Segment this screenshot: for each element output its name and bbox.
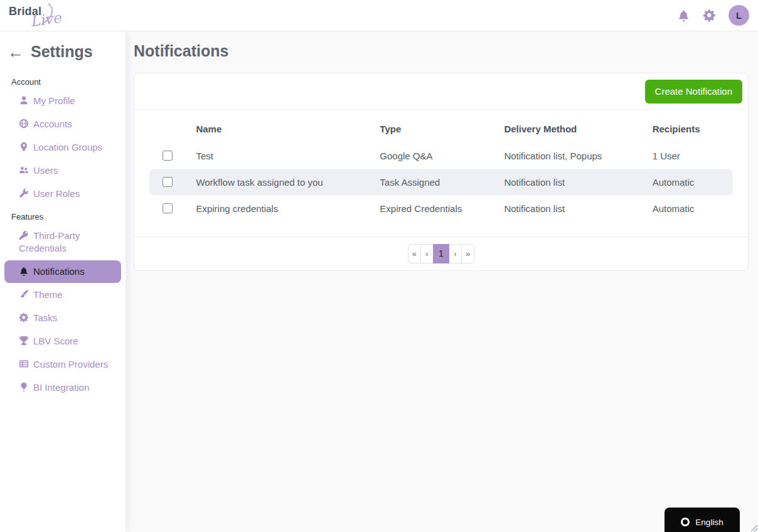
topbar: Bridal Live L xyxy=(0,0,758,31)
trophy-icon xyxy=(19,336,29,346)
sidebar-item-bi-integration[interactable]: BI Integration xyxy=(4,376,121,399)
pagination-first[interactable]: « xyxy=(408,244,421,263)
sidebar-item-users[interactable]: Users xyxy=(4,159,121,182)
cell-delivery-method: Notification list xyxy=(504,169,652,195)
create-notification-button[interactable]: Create Notification xyxy=(645,80,742,104)
map-pin-icon xyxy=(19,142,29,152)
back-arrow-icon[interactable]: ← xyxy=(8,45,24,59)
table-row[interactable]: TestGoogle Q&ANotification list, Popups1… xyxy=(149,142,733,169)
row-checkbox[interactable] xyxy=(163,177,173,187)
sidebar-item-location-groups[interactable]: Location Groups xyxy=(4,136,121,159)
column-header-name: Name xyxy=(196,115,380,142)
user-icon xyxy=(19,95,29,105)
sidebar-nav: AccountMy ProfileAccountsLocation Groups… xyxy=(0,71,125,400)
sidebar-item-tasks[interactable]: Tasks xyxy=(4,307,121,329)
sidebar-title: Settings xyxy=(31,43,93,61)
brush-icon xyxy=(19,289,29,299)
sidebar-item-label: Accounts xyxy=(33,119,72,129)
gear-icon[interactable] xyxy=(703,9,716,22)
lightbulb-icon xyxy=(19,382,29,392)
pagination-band: «‹1›» xyxy=(134,237,748,270)
row-checkbox[interactable] xyxy=(163,203,173,213)
main-content: Notifications Create Notification NameTy… xyxy=(125,31,758,532)
sidebar-item-my-profile[interactable]: My Profile xyxy=(4,90,121,112)
pagination-page[interactable]: 1 xyxy=(433,244,449,263)
table-icon xyxy=(19,359,29,369)
pagination-next[interactable]: › xyxy=(449,244,462,263)
column-header-type: Type xyxy=(380,115,504,142)
sidebar-section-label: Features xyxy=(0,206,125,224)
cell-name: Expiring credentials xyxy=(196,195,380,221)
column-header-delivery-method: Delivery Method xyxy=(504,115,652,142)
table-row[interactable]: Expiring credentialsExpired CredentialsN… xyxy=(149,195,733,221)
sidebar-item-label: My Profile xyxy=(33,95,75,106)
cell-name: Test xyxy=(196,142,380,169)
sidebar-item-accounts[interactable]: Accounts xyxy=(4,113,121,136)
cell-type: Task Assigned xyxy=(380,169,504,195)
sidebar-item-third-party-credentials[interactable]: Third-Party Credentials xyxy=(4,225,121,260)
page-title: Notifications xyxy=(134,41,749,60)
topbar-actions: L xyxy=(677,5,749,26)
language-globe-icon xyxy=(681,518,690,526)
notifications-card: Create Notification NameTypeDelivery Met… xyxy=(134,73,749,271)
sidebar-item-notifications[interactable]: Notifications xyxy=(4,260,121,283)
globe-icon xyxy=(19,119,29,129)
cell-delivery-method: Notification list, Popups xyxy=(504,142,652,169)
resize-handle[interactable] xyxy=(749,523,758,532)
cell-recipients: 1 User xyxy=(653,142,733,169)
pagination-prev[interactable]: ‹ xyxy=(420,244,434,263)
language-button[interactable]: English xyxy=(665,508,740,532)
pagination-last[interactable]: » xyxy=(461,244,474,263)
cell-type: Expired Credentials xyxy=(380,195,504,221)
pagination: «‹1›» xyxy=(408,244,474,263)
notifications-table-wrap: NameTypeDelivery MethodRecipients TestGo… xyxy=(134,110,748,237)
sidebar-item-theme[interactable]: Theme xyxy=(4,284,121,306)
cell-delivery-method: Notification list xyxy=(504,195,652,221)
sidebar-section-label: Account xyxy=(0,71,125,89)
table-row[interactable]: Workflow task assigned to youTask Assign… xyxy=(149,169,733,195)
wrench-icon xyxy=(19,188,29,198)
sidebar-item-user-roles[interactable]: User Roles xyxy=(4,183,121,205)
sidebar-item-custom-providers[interactable]: Custom Providers xyxy=(4,353,121,376)
users-icon xyxy=(19,165,29,175)
column-header-recipients: Recipients xyxy=(653,115,733,142)
key-icon xyxy=(19,230,29,240)
notifications-table: NameTypeDelivery MethodRecipients TestGo… xyxy=(149,115,733,221)
card-toolbar: Create Notification xyxy=(134,73,748,110)
sidebar-item-label: Users xyxy=(33,165,58,176)
cell-recipients: Automatic xyxy=(653,195,733,221)
sidebar-item-label: Theme xyxy=(33,289,63,300)
bridallive-logo[interactable]: Bridal Live xyxy=(9,1,78,31)
language-button-label: English xyxy=(695,518,723,527)
table-header-row: NameTypeDelivery MethodRecipients xyxy=(149,115,733,142)
sidebar-item-label: Notifications xyxy=(33,266,85,277)
sidebar-header: ← Settings xyxy=(0,31,125,71)
row-checkbox[interactable] xyxy=(163,151,173,161)
sidebar-item-label: Location Groups xyxy=(33,142,102,152)
sidebar-item-label: Tasks xyxy=(33,312,57,323)
settings-sidebar: ← Settings AccountMy ProfileAccountsLoca… xyxy=(0,31,125,532)
bell-icon xyxy=(19,266,29,276)
sidebar-item-label: LBV Score xyxy=(33,336,78,346)
cell-recipients: Automatic xyxy=(653,169,733,195)
avatar[interactable]: L xyxy=(729,5,749,26)
sidebar-item-lbv-score[interactable]: LBV Score xyxy=(4,330,121,353)
bell-icon[interactable] xyxy=(677,9,690,22)
gear-icon xyxy=(19,312,29,322)
sidebar-item-label: Custom Providers xyxy=(33,359,108,370)
sidebar-item-label: User Roles xyxy=(33,188,80,199)
sidebar-item-label: BI Integration xyxy=(33,382,89,393)
cell-type: Google Q&A xyxy=(380,142,504,169)
cell-name: Workflow task assigned to you xyxy=(196,169,380,195)
